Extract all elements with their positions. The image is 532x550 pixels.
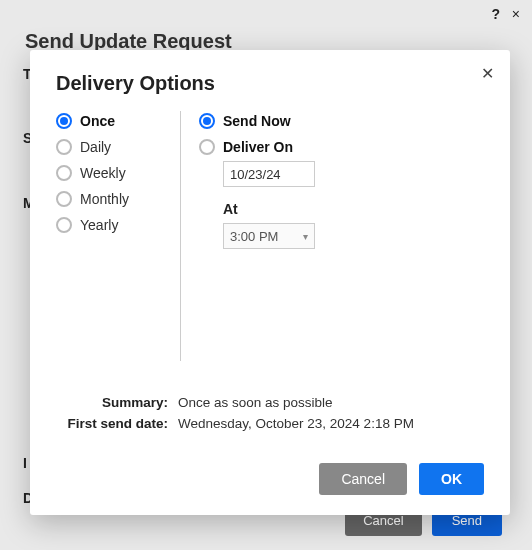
time-value: 3:00 PM	[230, 229, 278, 244]
radio-send-now[interactable]: Send Now	[199, 113, 484, 129]
radio-once[interactable]: Once	[56, 113, 176, 129]
summary-value: Once as soon as possible	[178, 395, 484, 410]
at-label: At	[223, 201, 484, 217]
modal-title: Delivery Options	[56, 72, 484, 95]
chevron-down-icon: ▾	[303, 231, 308, 242]
radio-label: Yearly	[80, 217, 118, 233]
radio-label: Send Now	[223, 113, 291, 129]
radio-deliver-on[interactable]: Deliver On	[199, 139, 484, 155]
date-value: 10/23/24	[230, 167, 281, 182]
radio-icon	[56, 139, 72, 155]
radio-icon	[56, 113, 72, 129]
modal-footer: Cancel OK	[56, 463, 484, 495]
column-divider	[180, 111, 181, 361]
radio-weekly[interactable]: Weekly	[56, 165, 176, 181]
radio-icon	[56, 165, 72, 181]
timing-column: Send Now Deliver On 10/23/24 At 3:00 PM …	[199, 113, 484, 387]
summary-label: Summary:	[56, 395, 178, 410]
radio-yearly[interactable]: Yearly	[56, 217, 176, 233]
time-select[interactable]: 3:00 PM ▾	[223, 223, 315, 249]
help-icon[interactable]: ?	[491, 6, 500, 22]
summary-block: Summary: Once as soon as possible First …	[56, 387, 484, 437]
bg-label: I	[23, 455, 27, 471]
modal-close-icon[interactable]: ✕	[481, 64, 494, 83]
ok-button[interactable]: OK	[419, 463, 484, 495]
radio-icon	[199, 113, 215, 129]
radio-label: Daily	[80, 139, 111, 155]
radio-label: Once	[80, 113, 115, 129]
radio-daily[interactable]: Daily	[56, 139, 176, 155]
close-icon[interactable]: ×	[512, 6, 520, 22]
radio-monthly[interactable]: Monthly	[56, 191, 176, 207]
radio-icon	[56, 191, 72, 207]
radio-label: Monthly	[80, 191, 129, 207]
radio-label: Deliver On	[223, 139, 293, 155]
radio-icon	[199, 139, 215, 155]
first-send-label: First send date:	[56, 416, 178, 431]
frequency-column: Once Daily Weekly Monthly Yearly	[56, 113, 176, 387]
radio-label: Weekly	[80, 165, 126, 181]
deliver-date-input[interactable]: 10/23/24	[223, 161, 315, 187]
cancel-button[interactable]: Cancel	[319, 463, 407, 495]
delivery-options-modal: ✕ Delivery Options Once Daily Weekly Mon…	[30, 50, 510, 515]
first-send-value: Wednesday, October 23, 2024 2:18 PM	[178, 416, 484, 431]
radio-icon	[56, 217, 72, 233]
